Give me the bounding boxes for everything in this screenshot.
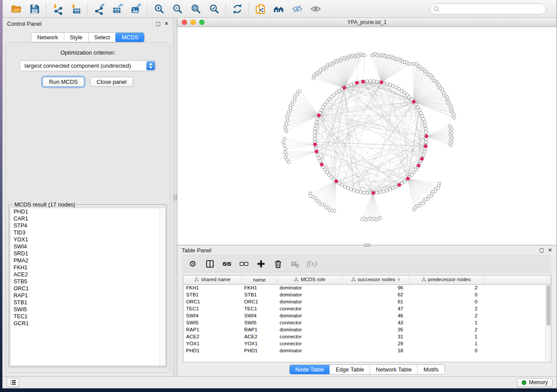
result-list-scrollbar[interactable] (159, 208, 165, 365)
graph-leaf-node[interactable] (282, 141, 285, 144)
graph-ring-node[interactable] (353, 189, 356, 192)
table-cell[interactable]: ORC1 (242, 298, 277, 305)
table-cell[interactable]: 46 (343, 312, 409, 319)
run-mcds-button[interactable]: Run MCDS (42, 77, 84, 87)
first-neighbors-button[interactable] (270, 1, 288, 16)
graph-leaf-node[interactable] (283, 137, 286, 140)
table-row[interactable]: RAP1RAP1dominator352 (183, 326, 551, 333)
tab-network[interactable]: Network (31, 33, 64, 42)
save-session-button[interactable] (25, 1, 44, 16)
table-scrollbar[interactable] (545, 285, 551, 361)
search-input[interactable] (430, 3, 546, 14)
graph-hub-node[interactable] (417, 164, 421, 168)
horizontal-divider-handle[interactable] (364, 244, 370, 247)
graph-leaf-node[interactable] (453, 116, 456, 119)
tab-edge-table[interactable]: Edge Table (329, 365, 370, 374)
table-cell[interactable]: dominator (277, 347, 343, 354)
table-row[interactable]: TEC1TEC1connector472 (183, 305, 551, 312)
export-table-button[interactable] (108, 1, 127, 16)
table-cell[interactable]: 96 (343, 284, 409, 291)
graph-leaf-node[interactable] (298, 89, 301, 93)
table-cell[interactable]: dominator (277, 284, 343, 291)
result-list-item[interactable]: STB1 (10, 299, 165, 306)
graph-ring-node[interactable] (424, 124, 427, 127)
graph-hub-node[interactable] (361, 80, 365, 84)
graph-leaf-node[interactable] (412, 208, 415, 211)
graph-ring-node[interactable] (379, 190, 382, 193)
graph-ring-node[interactable] (423, 150, 426, 153)
table-scrollbar-thumb[interactable] (547, 285, 550, 326)
result-list-item[interactable]: SWI4 (10, 243, 165, 250)
tab-motifs[interactable]: Motifs (417, 365, 444, 374)
table-cell[interactable]: FKH1 (242, 284, 277, 291)
graph-ring-node[interactable] (424, 127, 427, 130)
close-panel-icon[interactable]: ✕ (548, 248, 552, 253)
table-cell[interactable]: TEC1 (242, 305, 277, 312)
graph-leaf-node[interactable] (360, 217, 363, 220)
zoom-out-button[interactable] (168, 1, 187, 16)
table-row[interactable]: SWI4SWI4dominator462 (183, 312, 551, 319)
graph-hub-node[interactable] (315, 150, 318, 154)
deselect-all-button[interactable] (237, 257, 250, 270)
graph-ring-node[interactable] (313, 137, 316, 140)
panel-divider[interactable] (173, 18, 177, 376)
graph-ring-node[interactable] (315, 121, 318, 124)
table-cell[interactable]: dominator (277, 312, 343, 319)
table-cell[interactable]: connector (277, 333, 343, 340)
graph-hub-node[interactable] (320, 163, 324, 167)
zoom-fit-button[interactable] (187, 1, 205, 16)
table-row[interactable]: ORC1ORC1dominator610 (183, 298, 551, 305)
graph-hub-node[interactable] (355, 81, 359, 85)
graph-leaf-node[interactable] (284, 148, 287, 151)
tab-node-table[interactable]: Node Table (289, 364, 330, 375)
graph-ring-node[interactable] (346, 186, 349, 189)
result-list-item[interactable]: FKH1 (10, 264, 165, 271)
table-row[interactable]: YOX1YOX1connector291 (183, 340, 551, 347)
export-network-button[interactable] (90, 1, 108, 16)
add-column-button[interactable] (254, 257, 267, 270)
table-cell[interactable]: 0 (409, 347, 483, 354)
table-cell[interactable]: SWI4 (242, 312, 277, 319)
graph-ring-node[interactable] (375, 80, 378, 83)
result-list-item[interactable]: RAP1 (10, 292, 165, 299)
result-list-item[interactable]: SWI5 (10, 306, 165, 313)
table-cell[interactable]: 1 (409, 340, 483, 347)
graph-hub-node[interactable] (380, 80, 384, 84)
graph-ring-node[interactable] (349, 188, 353, 191)
graph-hub-node[interactable] (425, 134, 429, 138)
table-cell[interactable]: SWI4 (183, 312, 242, 319)
graph-ring-node[interactable] (421, 114, 424, 117)
delete-column-button[interactable] (271, 257, 284, 270)
graph-ring-node[interactable] (391, 84, 394, 87)
table-cell[interactable]: 2 (409, 305, 483, 312)
graph-ring-node[interactable] (385, 82, 388, 85)
result-list-item[interactable]: STP4 (10, 222, 165, 229)
graph-ring-node[interactable] (422, 117, 425, 120)
graph-ring-node[interactable] (317, 156, 320, 159)
column-header-name[interactable]: name (242, 275, 277, 284)
table-row[interactable]: PHD1PHD1dominator180 (183, 347, 551, 354)
result-list-item[interactable]: SRD1 (10, 250, 165, 257)
graph-ring-node[interactable] (372, 80, 375, 83)
table-cell[interactable]: TEC1 (183, 305, 242, 312)
graph-hub-node[interactable] (317, 113, 321, 117)
table-cell[interactable]: dominator (277, 326, 343, 333)
graph-ring-node[interactable] (349, 83, 353, 86)
graph-ring-node[interactable] (314, 124, 317, 127)
graph-ring-node[interactable] (385, 189, 388, 192)
table-cell[interactable]: 1 (409, 319, 483, 326)
result-list-item[interactable]: GCR1 (10, 320, 165, 327)
toggle-columns-button[interactable] (203, 257, 216, 270)
table-cell[interactable]: FKH1 (183, 284, 242, 291)
graph-ring-node[interactable] (318, 159, 322, 162)
table-cell[interactable]: connector (277, 305, 343, 312)
import-network-button[interactable] (48, 1, 67, 16)
result-list-item[interactable]: CAR1 (10, 215, 165, 222)
table-row[interactable]: STB1STB1dominator620 (183, 291, 551, 298)
table-cell[interactable]: 29 (343, 340, 409, 347)
table-cell[interactable]: 1 (409, 333, 483, 340)
table-cell[interactable]: ORC1 (183, 298, 242, 305)
column-header-MCDS-role[interactable]: MCDS role (277, 275, 343, 284)
graph-hub-node[interactable] (406, 177, 410, 181)
open-session-button[interactable] (7, 1, 25, 16)
